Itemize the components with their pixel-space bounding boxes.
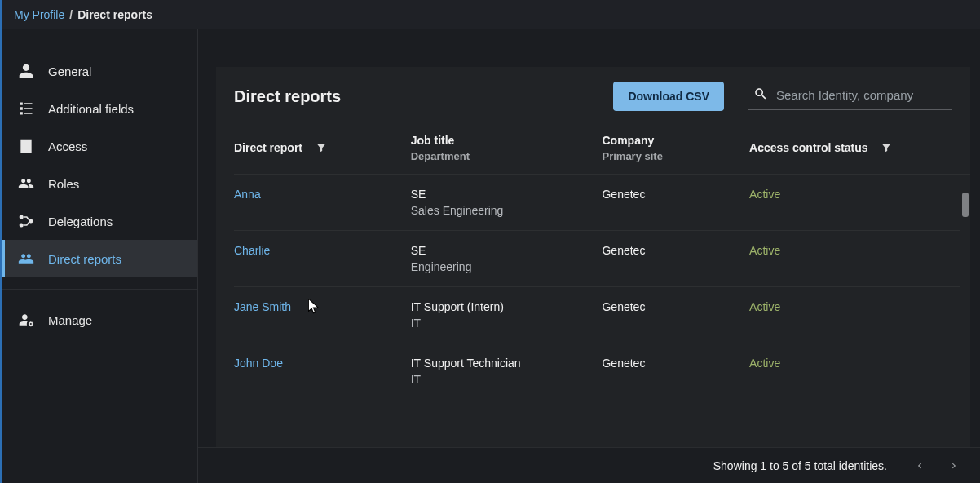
company: Genetec [602,287,749,343]
user-cog-icon [17,311,35,329]
sidebar-item-delegations[interactable]: Delegations [2,202,197,240]
identity-link[interactable]: Anna [234,188,261,201]
table-footer: Showing 1 to 5 of 5 total identities. [198,447,980,483]
search-icon [753,86,776,104]
sidebar-item-manage[interactable]: Manage [2,301,197,339]
company: Genetec [602,175,749,231]
breadcrumb-root[interactable]: My Profile [14,8,64,21]
job-title: SE [411,244,594,257]
user-icon [17,62,35,80]
job-title: IT Support (Intern) [411,300,594,313]
breadcrumb-current: Direct reports [77,8,152,21]
sidebar-item-label: Additional fields [48,102,134,116]
job-title: SE [411,188,594,201]
identity-link[interactable]: John Doe [234,357,283,370]
search-field[interactable] [748,83,952,110]
building-icon [17,137,35,155]
table-row[interactable]: AnnaSESales EngineeringGenetecActive [234,175,970,231]
sidebar-item-general[interactable]: General [2,52,197,90]
svg-point-3 [29,322,32,325]
delegation-icon [17,212,35,230]
pagination-summary: Showing 1 to 5 of 5 total identities. [713,459,887,472]
table-row[interactable]: John DoeIT Support TechnicianITGenetecAc… [234,343,970,400]
team-icon [17,250,35,268]
identity-link[interactable]: Charlie [234,244,270,257]
job-title: IT Support Technician [411,357,594,370]
sidebar-item-label: Roles [48,177,79,191]
scrollbar-thumb[interactable] [962,193,969,217]
next-page-button[interactable] [944,456,964,476]
sidebar-item-access[interactable]: Access [2,127,197,165]
company: Genetec [602,343,749,400]
chevron-left-icon [916,460,924,472]
sidebar-item-roles[interactable]: Roles [2,165,197,202]
breadcrumb-separator: / [69,8,73,21]
status-badge: Active [749,244,780,257]
col-direct-report[interactable]: Direct report [234,121,411,175]
sidebar-item-label: Access [48,140,87,153]
col-company[interactable]: Company Primary site [602,121,749,175]
svg-point-0 [20,215,24,219]
sidebar-item-label: Delegations [48,215,113,228]
search-input[interactable] [776,88,947,102]
download-csv-button[interactable]: Download CSV [613,82,724,111]
breadcrumb: My Profile / Direct reports [2,0,980,29]
sidebar-item-label: Manage [48,313,92,327]
sidebar: General Additional fields Access [2,29,198,483]
col-access-status[interactable]: Access control status [749,121,970,175]
list-icon [17,100,35,117]
filter-icon[interactable] [316,142,327,156]
status-badge: Active [749,357,780,370]
filter-icon[interactable] [881,142,892,156]
sidebar-item-direct-reports[interactable]: Direct reports [2,240,197,277]
department: IT [411,317,594,330]
status-badge: Active [749,300,780,313]
prev-page-button[interactable] [910,456,929,476]
users-icon [17,175,35,193]
identity-link[interactable]: Jane Smith [234,300,291,313]
company: Genetec [602,231,749,287]
direct-reports-table: Direct report Job title Department [234,121,970,399]
sidebar-item-label: Direct reports [48,252,121,266]
department: Sales Engineering [411,204,594,217]
col-job-title[interactable]: Job title Department [411,121,603,175]
department: IT [411,373,594,386]
page-title: Direct reports [234,87,613,106]
department: Engineering [411,260,594,273]
table-row[interactable]: CharlieSEEngineeringGenetecActive [234,231,970,287]
svg-point-2 [29,219,33,224]
status-badge: Active [749,188,780,201]
svg-point-1 [20,224,24,228]
sidebar-item-additional-fields[interactable]: Additional fields [2,90,197,127]
table-row[interactable]: Jane SmithIT Support (Intern)ITGenetecAc… [234,287,970,343]
chevron-right-icon [950,460,958,472]
vertical-scrollbar[interactable] [960,193,970,398]
sidebar-item-label: General [48,64,91,78]
